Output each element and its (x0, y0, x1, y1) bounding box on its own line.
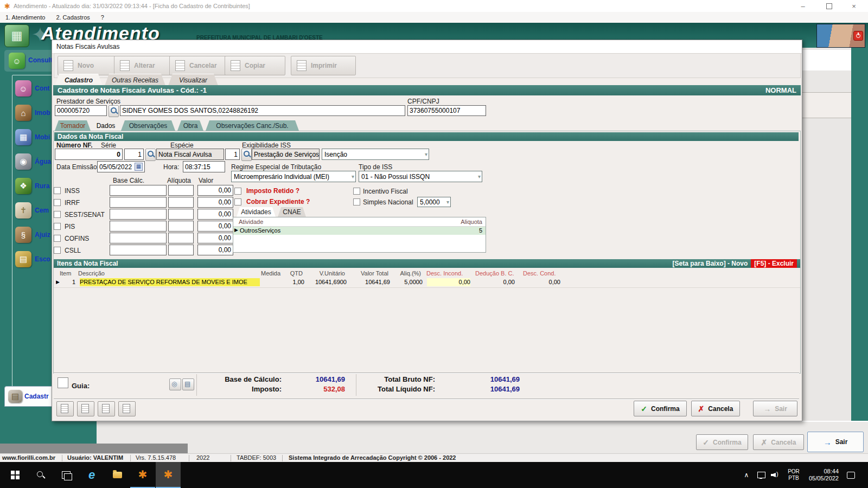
sest-checkbox[interactable] (54, 211, 61, 218)
prestador-search-button[interactable] (108, 105, 119, 117)
file-explorer-button[interactable] (105, 462, 130, 488)
inss-checkbox[interactable] (54, 187, 61, 194)
calendar-icon[interactable]: ▦ (135, 163, 143, 171)
record-nav-button-4[interactable] (118, 401, 136, 416)
subtab-observacoes-canc[interactable]: Observações Canc./Sub. (206, 120, 299, 131)
item-row[interactable]: ▶ 1 PRESTAÇAO DE SERVIÇO REFORMAS DE MOV… (54, 278, 800, 288)
subtab-obra[interactable]: Obra (177, 120, 203, 131)
csll-checkbox[interactable] (54, 247, 61, 254)
parent-confirma-button[interactable]: ✓ Confirma (696, 434, 748, 450)
imposto-retido-checkbox[interactable] (234, 188, 241, 195)
maximize-button[interactable] (817, 0, 841, 12)
sair-button[interactable]: → Sair (753, 401, 797, 416)
record-nav-button-3[interactable] (98, 401, 115, 416)
irrf-aliquota-input[interactable] (168, 197, 194, 208)
subtab-dados[interactable]: Dados (93, 120, 119, 131)
regime-dropdown[interactable]: Microempresário Individual (MEI) ▾ (231, 171, 356, 182)
sest-base-input[interactable] (110, 209, 167, 220)
record-nav-button-2[interactable] (77, 401, 94, 416)
power-icon[interactable] (853, 31, 863, 41)
alterar-button[interactable]: Alterar (114, 56, 176, 75)
parent-cancela-button[interactable]: ✗ Cancela (753, 434, 804, 450)
prestador-code-input[interactable]: 000005720 (55, 105, 107, 116)
pis-aliquota-input[interactable] (168, 221, 194, 232)
sest-valor-input[interactable]: 0,00 (197, 209, 233, 220)
parent-sair-button[interactable]: → Sair (807, 432, 864, 452)
cofins-valor-input[interactable]: 0,00 (197, 233, 233, 243)
volume-tray-button[interactable] (768, 462, 783, 488)
inss-valor-input[interactable]: 0,00 (197, 185, 233, 196)
cell-deducao: 0,00 (476, 279, 515, 285)
fiorilli-app-button-1[interactable]: ✱ (130, 462, 155, 488)
atividade-row[interactable]: ▶ OutrosServiços 5 (233, 227, 486, 235)
cofins-base-input[interactable] (110, 233, 167, 243)
tab-outras-receitas[interactable]: Outras Receitas (105, 74, 165, 86)
guia-checkbox[interactable] (58, 377, 68, 388)
exigibilidade-dropdown[interactable]: Isenção ▾ (322, 149, 429, 160)
tab-cadastro[interactable]: Cadastro (55, 74, 103, 86)
simples-valor-dropdown[interactable]: 5,0000 ▾ (417, 197, 451, 207)
minimize-button[interactable]: – (791, 0, 815, 12)
csll-base-input[interactable] (110, 245, 167, 255)
tray-expand-button[interactable]: ∧ (739, 462, 754, 488)
fiorilli-app-button-2[interactable]: ✱ (156, 462, 181, 488)
pis-base-input[interactable] (110, 221, 167, 232)
taskbar-search-button[interactable] (28, 462, 53, 488)
serie-search-button[interactable] (145, 149, 156, 161)
inss-base-input[interactable] (110, 185, 167, 196)
cobrar-expediente-checkbox[interactable] (234, 198, 241, 206)
prestador-name-input[interactable]: SIDNEY GOMES DOS SANTOS,02248826192 (120, 105, 405, 116)
network-tray-button[interactable] (754, 462, 768, 488)
menu-item-cadastros[interactable]: 2. Cadastros (50, 14, 95, 21)
cofins-aliquota-input[interactable] (168, 233, 194, 243)
menu-item-help[interactable]: ? (95, 14, 110, 21)
serie-input[interactable]: 1 (124, 149, 144, 160)
cpf-input[interactable]: 37360755000107 (407, 105, 486, 116)
tab-visualizar[interactable]: Visualizar (168, 74, 218, 86)
menu-item-atendimento[interactable]: 1. Atendimento (0, 14, 50, 21)
pis-checkbox[interactable] (54, 223, 61, 230)
csll-aliquota-input[interactable] (168, 245, 194, 255)
irrf-base-input[interactable] (110, 197, 167, 208)
subtab-observacoes[interactable]: Observações (121, 120, 175, 131)
sest-aliquota-input[interactable] (168, 209, 194, 220)
copiar-button[interactable]: Copiar (225, 56, 285, 75)
csll-valor-input[interactable]: 0,00 (197, 245, 233, 255)
start-button[interactable] (3, 462, 28, 488)
pis-valor-input[interactable]: 0,00 (197, 221, 233, 232)
cofins-checkbox[interactable] (54, 235, 61, 242)
confirma-button[interactable]: ✓ Confirma (634, 401, 687, 416)
irrf-checkbox[interactable] (54, 199, 61, 206)
dropdown-value: Isenção (324, 151, 347, 158)
check-icon: ✓ (703, 438, 709, 447)
record-nav-button-1[interactable] (56, 401, 74, 416)
tab-cnae[interactable]: CNAE (278, 207, 306, 217)
tab-atividades[interactable]: Atividades (237, 207, 276, 217)
numero-nf-input[interactable]: 0 (55, 149, 123, 160)
cell-desc-cond: 0,00 (522, 279, 560, 285)
especie-input[interactable]: 1 (225, 149, 240, 160)
action-center-button[interactable] (842, 462, 859, 488)
incentivo-checkbox[interactable] (353, 188, 360, 195)
clock[interactable]: 08:44 05/05/2022 (804, 462, 839, 488)
data-emissao-input[interactable]: 05/05/2022 ▦ (97, 161, 145, 172)
dialog-title-band: Notas Fiscais Avulsas (52, 40, 802, 54)
inss-aliquota-input[interactable] (168, 185, 194, 196)
imprimir-button[interactable]: Imprimir (291, 56, 356, 75)
task-view-button[interactable] (54, 462, 79, 488)
cancela-button[interactable]: ✗ Cancela (691, 401, 740, 416)
novo-button[interactable]: Novo (58, 56, 116, 75)
guia-zoom-button[interactable]: ◎ (169, 378, 181, 390)
language-indicator[interactable]: POR PTB (784, 462, 803, 488)
subtab-tomador[interactable]: Tomador (55, 120, 91, 131)
close-button[interactable]: × (842, 0, 866, 12)
tipo-iss-dropdown[interactable]: 01 - Não Possui ISSQN ▾ (359, 171, 482, 182)
irrf-valor-input[interactable]: 0,00 (197, 197, 233, 208)
especie-search-button[interactable] (241, 149, 252, 161)
tax-row-label: IRRF (65, 199, 80, 207)
hora-input[interactable]: 08:37:15 (183, 161, 225, 172)
cancelar-button[interactable]: Cancelar (169, 56, 233, 75)
simples-checkbox[interactable] (353, 198, 360, 206)
internet-explorer-button[interactable]: e (79, 462, 104, 488)
guia-print-button[interactable]: ▤ (182, 378, 194, 390)
